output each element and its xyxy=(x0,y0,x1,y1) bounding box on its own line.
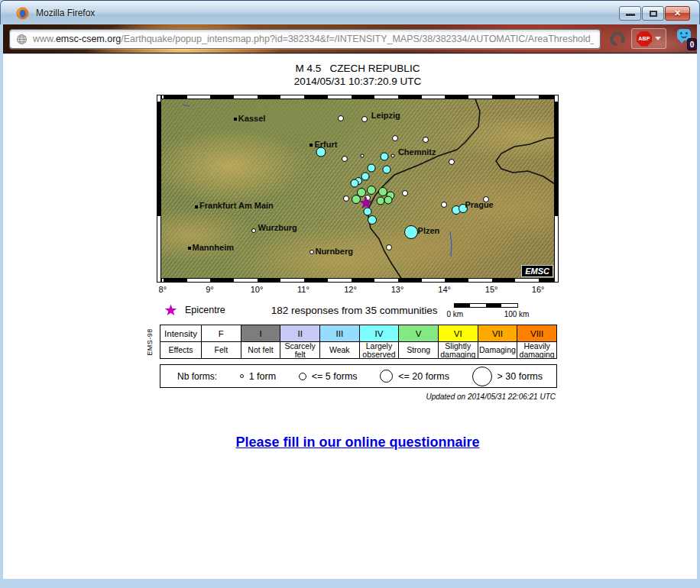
intensity-cell: VI xyxy=(438,325,478,342)
map-data-point xyxy=(361,173,369,181)
scale-max-label: 100 km xyxy=(504,310,530,318)
map-data-point xyxy=(361,116,368,122)
intensity-cell: II xyxy=(280,325,320,342)
abp-icon: ABP xyxy=(637,31,652,47)
event-title: M 4.5 CZECH REPUBLIC xyxy=(155,62,560,75)
map-data-point xyxy=(386,244,392,250)
questionnaire-link[interactable]: Please fill in our online questionnaire xyxy=(235,435,479,450)
intensity-row-header: Intensity xyxy=(160,325,202,342)
city-label: Prague xyxy=(465,200,493,209)
longitude-label: 15° xyxy=(485,285,498,294)
map-data-point xyxy=(350,179,358,188)
form-size-circle-icon xyxy=(380,370,393,383)
url-text: www.emsc-csem.org/Earthquake/popup_inten… xyxy=(33,34,594,44)
intensity-cell: I xyxy=(241,325,280,342)
longitude-label: 16° xyxy=(532,285,545,294)
chat-addon-button[interactable]: 0 xyxy=(677,29,697,50)
city-marker xyxy=(309,144,313,147)
intensity-map: KasselLeipzigErfurtChemnitzFrankfurt Am … xyxy=(157,95,559,283)
intensity-cell: F xyxy=(202,325,241,342)
form-size-circle-icon xyxy=(299,373,306,380)
form-size-circle-icon xyxy=(240,374,244,378)
effect-cell: Slightly damaging xyxy=(438,342,478,359)
map-frame-bottom xyxy=(157,278,558,282)
map-data-point xyxy=(309,250,314,254)
updated-timestamp: Updated on 2014/05/31 22:06:21 UTC xyxy=(155,393,556,401)
map-data-point xyxy=(367,186,376,195)
city-marker xyxy=(195,205,198,208)
map-data-point xyxy=(404,225,418,239)
city-label: Nurnberg xyxy=(315,247,353,256)
epicentre-star xyxy=(360,196,373,209)
map-frame-right xyxy=(554,95,558,282)
map-data-point xyxy=(449,159,455,165)
chat-badge: 0 xyxy=(687,38,697,50)
form-size-item: > 30 forms xyxy=(472,367,543,386)
map-data-point xyxy=(338,115,344,121)
city-label: Frankfurt Am Main xyxy=(199,201,274,210)
maximize-icon xyxy=(650,11,657,17)
effects-row-header: Effects xyxy=(160,342,202,359)
navigation-toolbar: www.emsc-csem.org/Earthquake/popup_inten… xyxy=(3,24,697,53)
map-data-point xyxy=(402,190,408,196)
ems98-label: EMS-98 xyxy=(146,328,154,356)
abp-dropdown-arrow-icon xyxy=(655,37,661,40)
longitude-label: 13° xyxy=(391,285,404,294)
map-data-point xyxy=(343,195,349,202)
scale-min-label: 0 km xyxy=(446,310,463,318)
maximize-button[interactable] xyxy=(642,6,664,21)
longitude-label: 11° xyxy=(297,285,309,294)
responses-text: 182 responses from 35 communities xyxy=(271,305,438,316)
epicentre-legend: Epicentre xyxy=(164,304,225,317)
url-bar[interactable]: www.emsc-csem.org/Earthquake/popup_inten… xyxy=(9,29,601,49)
city-label: Mannheim xyxy=(193,243,234,252)
form-size-item: 1 form xyxy=(240,367,276,386)
intensity-table: Intensity FIIIIIIIVVVIVIIVIII Effects Fe… xyxy=(160,325,557,359)
window-title: Mozilla Firefox xyxy=(36,8,95,18)
intensity-cell: VII xyxy=(478,325,517,342)
page-content: M 4.5 CZECH REPUBLIC 2014/05/31 10:37:20… xyxy=(3,54,697,579)
effect-cell: Heavily damaging xyxy=(517,342,557,359)
map-data-point xyxy=(367,164,375,173)
map-data-point xyxy=(360,154,364,158)
map-data-point xyxy=(381,153,389,161)
effect-cell: Weak xyxy=(319,342,359,359)
addon-ring-icon[interactable] xyxy=(609,31,626,47)
city-marker xyxy=(234,118,237,121)
map-data-point xyxy=(392,135,398,141)
minimize-button[interactable] xyxy=(619,6,641,21)
effect-cell: Scarcely felt xyxy=(280,342,320,359)
map-data-point xyxy=(316,147,326,157)
close-icon: ✕ xyxy=(666,8,689,18)
intensity-cell: VIII xyxy=(517,325,557,342)
form-size-circle-icon xyxy=(472,367,492,386)
longitude-label: 8° xyxy=(159,285,167,294)
form-size-item: <= 20 forms xyxy=(380,367,449,386)
map-data-point xyxy=(368,215,377,225)
longitude-axis: 8°9°10°11°12°13°14°15°16° xyxy=(157,285,559,296)
emsc-logo: EMSC xyxy=(521,265,553,277)
map-data-point xyxy=(251,228,256,233)
firefox-icon xyxy=(16,7,29,20)
intensity-cell: IV xyxy=(359,325,399,342)
close-button[interactable]: ✕ xyxy=(665,6,690,21)
map-frame-top xyxy=(157,95,558,99)
city-label: Leipzig xyxy=(371,111,400,120)
scale-bar: 0 km 100 km xyxy=(454,302,518,318)
city-label: Erfurt xyxy=(314,140,337,149)
intensity-cell: III xyxy=(319,325,359,342)
epicentre-legend-star-icon xyxy=(164,304,177,317)
effect-cell: Not felt xyxy=(241,342,280,359)
map-frame-left xyxy=(157,95,161,282)
map-data-point xyxy=(423,137,429,143)
map-data-point xyxy=(342,156,348,162)
event-datetime: 2014/05/31 10:37:20.9 UTC xyxy=(155,75,560,88)
adblock-plus-button[interactable]: ABP xyxy=(631,28,666,49)
effect-cell: Strong xyxy=(399,342,439,359)
city-label: Wurzburg xyxy=(258,223,297,232)
city-marker xyxy=(188,247,191,250)
longitude-label: 14° xyxy=(438,285,451,294)
firefox-window: { "window": { "title": "Mozilla Firefox"… xyxy=(0,0,700,588)
effect-cell: Damaging xyxy=(478,342,517,359)
effect-cell: Felt xyxy=(202,342,241,359)
